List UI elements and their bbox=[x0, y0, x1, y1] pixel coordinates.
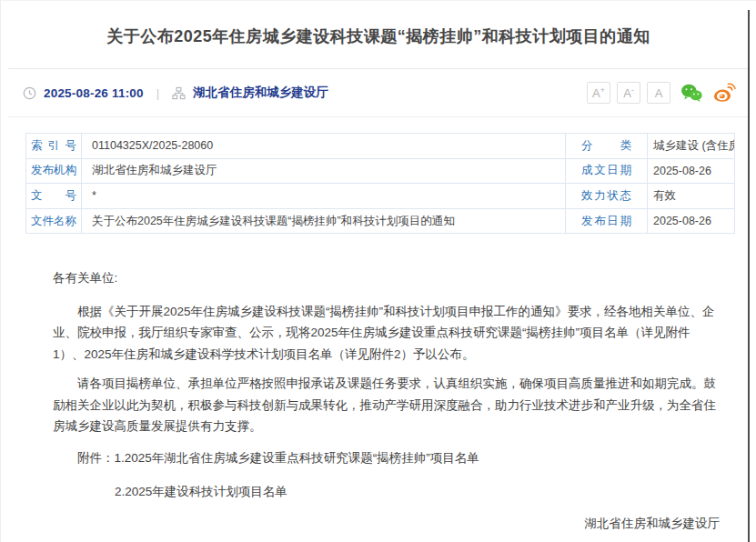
sitemap-icon bbox=[172, 86, 186, 100]
attachment-line-1: 附件：1.2025年湖北省住房城乡建设重点科技研究课题“揭榜挂帅”项目名单 bbox=[53, 447, 721, 469]
document-body: 各有关单位: 根据《关于开展2025年住房城乡建设科技课题“揭榜挂帅”和科技计划… bbox=[53, 267, 721, 542]
page-title: 关于公布2025年住房城乡建设科技课题“揭榜挂帅”和科技计划项目的通知 bbox=[106, 25, 650, 47]
clock-icon bbox=[23, 86, 36, 100]
publish-datetime: 2025-08-26 11:00 bbox=[44, 86, 144, 100]
meta-value-validity: 有效 bbox=[647, 184, 734, 208]
meta-bar: 2025-08-26 11:00 | 湖北省住房和城乡建设厅 A+ A- A bbox=[8, 69, 749, 117]
meta-value-publish-date: 2025-08-26 bbox=[647, 209, 734, 234]
attachment-line-2: 2.2025年建设科技计划项目名单 bbox=[53, 481, 721, 503]
table-row: 文件名称 关于公布2025年住房城乡建设科技课题“揭榜挂帅”和科技计划项目的通知… bbox=[26, 209, 734, 235]
source-agency-link[interactable]: 湖北省住房和城乡建设厅 bbox=[193, 85, 328, 101]
salutation: 各有关单位: bbox=[53, 267, 721, 289]
font-size-increase-button[interactable]: A+ bbox=[587, 82, 610, 104]
meta-label-written-date: 成文日期 bbox=[565, 159, 647, 184]
metadata-table: 索引号 01104325X/2025-28060 分类 城乡建设 (含住房) 发… bbox=[25, 133, 735, 234]
font-size-reset-button[interactable]: A bbox=[647, 82, 670, 104]
meta-value-doc-name: 关于公布2025年住房城乡建设科技课题“揭榜挂帅”和科技计划项目的通知 bbox=[81, 209, 565, 234]
table-row: 发布机构 湖北省住房和城乡建设厅 成文日期 2025-08-26 bbox=[26, 159, 734, 185]
font-size-decrease-button[interactable]: A- bbox=[617, 82, 640, 104]
window-edge-line bbox=[748, 10, 750, 542]
separator: | bbox=[156, 86, 159, 100]
meta-controls: A+ A- A bbox=[587, 82, 736, 104]
wechat-share-icon[interactable] bbox=[680, 82, 703, 104]
meta-value-index-no: 01104325X/2025-28060 bbox=[81, 134, 565, 158]
title-section: 关于公布2025年住房城乡建设科技课题“揭榜挂帅”和科技计划项目的通知 bbox=[8, 1, 749, 69]
meta-label-validity: 效力状态 bbox=[565, 184, 647, 208]
meta-label-category: 分类 bbox=[565, 134, 647, 158]
body-paragraph-2: 请各项目揭榜单位、承担单位严格按照申报承诺及课题任务要求，认真组织实施，确保项目… bbox=[53, 373, 721, 437]
meta-label-doc-no: 文号 bbox=[26, 184, 81, 208]
meta-value-category: 城乡建设 (含住房) bbox=[647, 134, 734, 158]
meta-value-doc-no: * bbox=[81, 184, 565, 208]
signature-agency: 湖北省住房和城乡建设厅 bbox=[53, 513, 721, 535]
meta-label-doc-name: 文件名称 bbox=[26, 209, 81, 234]
document-page: 关于公布2025年住房城乡建设科技课题“揭榜挂帅”和科技计划项目的通知 2025… bbox=[0, 0, 756, 542]
weibo-share-icon[interactable] bbox=[712, 82, 736, 104]
meta-label-issuer: 发布机构 bbox=[26, 159, 81, 184]
table-row: 文号 * 效力状态 有效 bbox=[26, 184, 734, 209]
meta-label-publish-date: 发布日期 bbox=[565, 209, 647, 234]
meta-value-issuer: 湖北省住房和城乡建设厅 bbox=[81, 159, 565, 184]
body-paragraph-1: 根据《关于开展2025年住房城乡建设科技课题“揭榜挂帅”和科技计划项目申报工作的… bbox=[53, 301, 721, 366]
meta-value-written-date: 2025-08-26 bbox=[647, 159, 734, 184]
meta-left: 2025-08-26 11:00 | 湖北省住房和城乡建设厅 bbox=[23, 85, 328, 101]
meta-label-index-no: 索引号 bbox=[26, 134, 81, 158]
table-row: 索引号 01104325X/2025-28060 分类 城乡建设 (含住房) bbox=[26, 134, 734, 159]
